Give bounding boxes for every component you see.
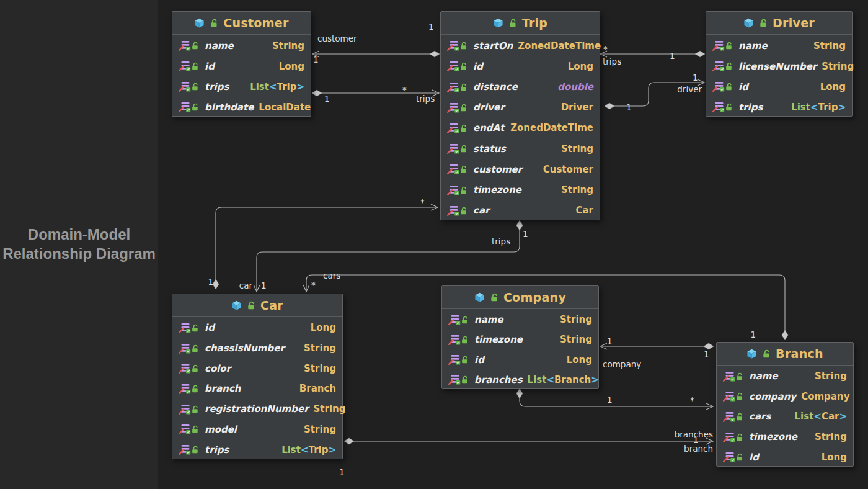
edge-label: *	[690, 395, 694, 405]
field-icon	[448, 315, 461, 325]
field-name: id	[749, 452, 759, 463]
field-row-name[interactable]: name String	[442, 310, 598, 330]
entity-title: Branch	[776, 347, 823, 361]
edge-label: 1	[750, 330, 756, 339]
field-row-name[interactable]: name String	[706, 35, 852, 56]
lock-open-icon	[461, 316, 469, 324]
edge-car-branch[interactable]: 1branches1branch	[339, 429, 713, 477]
field-type: String	[817, 61, 854, 72]
edge-trip-car[interactable]: trips1car1	[239, 220, 528, 292]
field-row-trips[interactable]: trips List<Trip>	[706, 97, 852, 117]
field-row-licenseNumber[interactable]: licenseNumber String	[706, 56, 852, 76]
edge-label: 1	[670, 51, 675, 61]
field-row-name[interactable]: name String	[717, 366, 853, 387]
lock-open-icon	[490, 293, 498, 302]
entity-trip[interactable]: Trip startOn ZonedDateTime id Long dista…	[440, 11, 600, 220]
edge-label: 1	[607, 336, 613, 346]
field-row-id[interactable]: id Long	[717, 447, 853, 467]
field-type: Long	[817, 452, 847, 463]
field-row-status[interactable]: status String	[441, 138, 600, 159]
field-row-registrationNumber[interactable]: registrationNumber String	[172, 399, 342, 419]
field-row-timezone[interactable]: timezone String	[441, 180, 600, 200]
edge-label: *	[603, 44, 608, 54]
edge-company-branches[interactable]: 1*	[516, 388, 713, 410]
field-row-id[interactable]: id Long	[172, 56, 311, 76]
field-icon	[179, 404, 191, 415]
edge-trip-customer[interactable]: customer11	[312, 22, 440, 65]
field-icon	[712, 61, 725, 71]
field-type: Customer	[538, 164, 593, 175]
entity-header[interactable]: Car	[172, 294, 342, 317]
field-row-distance[interactable]: distance double	[441, 76, 600, 97]
field-name: timezone	[474, 334, 523, 345]
field-row-name[interactable]: name String	[172, 35, 311, 56]
entity-header[interactable]: Driver	[706, 12, 852, 35]
field-row-id[interactable]: id Long	[442, 350, 598, 370]
field-type: Branch	[294, 383, 336, 394]
edge-branch-company[interactable]: 1company1	[600, 336, 714, 369]
entity-branch[interactable]: Branch name String company Company cars …	[716, 342, 854, 467]
field-row-endAt[interactable]: endAt ZonedDateTime	[441, 118, 600, 138]
lock-open-icon	[191, 405, 199, 413]
class-cube-icon	[746, 349, 757, 359]
field-icon	[179, 40, 191, 51]
edge-label: 1	[428, 22, 434, 32]
field-type: Long	[815, 81, 846, 92]
lock-open-icon	[191, 344, 199, 352]
field-row-customer[interactable]: customer Customer	[441, 159, 600, 179]
lock-open-icon	[191, 364, 199, 372]
edge-label: trips	[492, 236, 510, 246]
edge-driver-trips[interactable]: *trips1	[600, 44, 705, 66]
field-row-branch[interactable]: branch Branch	[172, 379, 342, 399]
entity-customer[interactable]: Customer name String id Long trips List<…	[172, 11, 311, 117]
aggregation-diamond	[213, 279, 219, 289]
entity-fields: name String timezone String id Long bran…	[442, 309, 598, 390]
field-icon	[723, 411, 735, 422]
field-name: licenseNumber	[738, 61, 817, 72]
entity-company[interactable]: Company name String timezone String id L…	[441, 285, 599, 389]
field-row-color[interactable]: color String	[172, 358, 342, 379]
entity-driver[interactable]: Driver name String licenseNumber String …	[706, 11, 852, 117]
field-row-startOn[interactable]: startOn ZonedDateTime	[441, 35, 600, 56]
field-type: String	[556, 184, 593, 195]
field-row-model[interactable]: model String	[172, 419, 342, 440]
field-row-cars[interactable]: cars List<Car>	[717, 406, 853, 427]
field-row-chassisNumber[interactable]: chassisNumber String	[172, 338, 342, 359]
class-cube-icon	[231, 300, 242, 311]
field-row-id[interactable]: id Long	[441, 56, 600, 76]
entity-title: Customer	[223, 16, 288, 30]
field-row-trips[interactable]: trips List<Trip>	[172, 439, 342, 460]
field-icon	[723, 371, 735, 382]
lock-open-icon	[459, 165, 467, 173]
edge-label: 1	[626, 102, 632, 112]
edge-customer-trips[interactable]: 1*trips	[312, 85, 439, 104]
entity-fields: name String company Company cars List<Ca…	[717, 366, 853, 467]
entity-header[interactable]: Trip	[441, 12, 600, 35]
field-row-trips[interactable]: trips List<Trip>	[172, 76, 311, 97]
field-row-timezone[interactable]: timezone String	[442, 330, 598, 349]
field-icon	[447, 143, 459, 154]
field-row-birthdate[interactable]: birthdate LocalDate	[172, 97, 311, 117]
class-cube-icon	[194, 18, 205, 29]
field-row-company[interactable]: company Company	[717, 387, 853, 407]
field-type: String	[810, 370, 847, 382]
lock-open-icon	[191, 446, 199, 454]
field-row-timezone[interactable]: timezone String	[717, 427, 853, 447]
edge-label: 1	[261, 280, 267, 290]
field-row-id[interactable]: id Long	[706, 76, 852, 97]
field-row-id[interactable]: id Long	[172, 318, 342, 338]
entity-header[interactable]: Branch	[717, 343, 853, 366]
lock-open-icon	[459, 145, 467, 153]
field-row-branches[interactable]: branches List<Branch>	[442, 370, 598, 390]
diagram-canvas[interactable]: customer111*trips*trips11driver11*trips1…	[158, 0, 868, 489]
field-row-car[interactable]: car Car	[441, 200, 600, 221]
edge-trip-driver[interactable]: 1driver1	[604, 73, 704, 112]
field-name: trips	[205, 81, 229, 92]
lock-open-icon	[191, 324, 199, 332]
field-type: String	[810, 431, 847, 442]
entity-header[interactable]: Company	[442, 286, 598, 309]
entity-header[interactable]: Customer	[172, 12, 311, 35]
field-name: model	[205, 424, 237, 435]
field-row-driver[interactable]: driver Driver	[441, 97, 600, 118]
entity-car[interactable]: Car id Long chassisNumber String color S…	[172, 294, 343, 459]
